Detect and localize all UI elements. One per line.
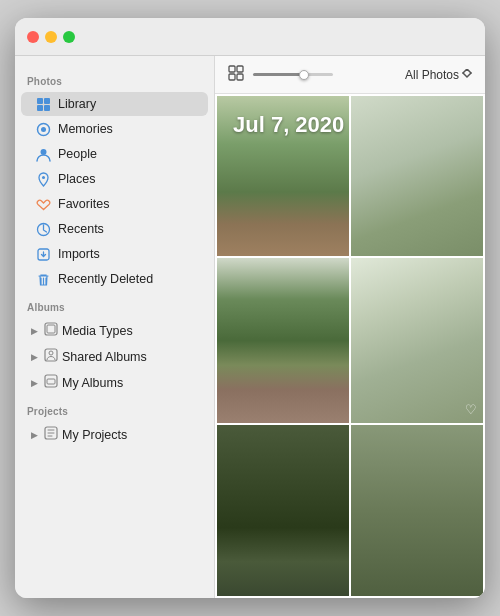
svg-point-5 — [41, 127, 46, 132]
svg-point-13 — [49, 351, 53, 355]
imports-icon — [35, 246, 51, 262]
sidebar-item-media-types[interactable]: ▶ Media Types — [21, 318, 208, 343]
sidebar-item-shared-albums[interactable]: ▶ Shared Albums — [21, 344, 208, 369]
sidebar-item-memories[interactable]: Memories — [21, 117, 208, 141]
my-projects-icon — [44, 426, 58, 443]
sidebar: Photos Library — [15, 56, 215, 598]
recents-icon — [35, 221, 51, 237]
photos-grid: Jul 7, 2020 ♡ — [215, 94, 485, 598]
shared-albums-icon — [44, 348, 58, 365]
svg-point-7 — [42, 176, 45, 179]
places-icon — [35, 171, 51, 187]
my-albums-icon — [44, 374, 58, 391]
sidebar-item-label: Places — [58, 172, 96, 186]
sidebar-item-label: My Projects — [62, 428, 127, 442]
media-types-icon — [44, 322, 58, 339]
people-icon — [35, 146, 51, 162]
chevron-icon: ▶ — [31, 326, 38, 336]
zoom-slider[interactable] — [253, 73, 333, 76]
all-photos-select[interactable]: All Photos — [405, 68, 473, 82]
close-button[interactable] — [27, 31, 39, 43]
sidebar-item-library[interactable]: Library — [21, 92, 208, 116]
svg-rect-15 — [47, 379, 55, 384]
svg-rect-18 — [237, 66, 243, 72]
sidebar-item-label: Media Types — [62, 324, 133, 338]
sidebar-item-label: People — [58, 147, 97, 161]
sidebar-item-people[interactable]: People — [21, 142, 208, 166]
svg-rect-3 — [44, 105, 50, 111]
photo-cell[interactable] — [217, 425, 349, 596]
sidebar-item-my-projects[interactable]: ▶ My Projects — [21, 422, 208, 447]
svg-rect-19 — [229, 74, 235, 80]
sidebar-item-label: My Albums — [62, 376, 123, 390]
photo-cell[interactable] — [217, 258, 349, 423]
chevron-icon: ▶ — [31, 352, 38, 362]
sidebar-item-label: Library — [58, 97, 96, 111]
main-content: All Photos Jul 7, 2020 — [215, 56, 485, 598]
svg-rect-0 — [37, 98, 43, 104]
view-icon[interactable] — [227, 64, 245, 86]
photos-section-label: Photos — [15, 66, 214, 91]
recently-deleted-icon — [35, 271, 51, 287]
zoom-slider-container — [253, 73, 397, 76]
titlebar — [15, 18, 485, 56]
all-photos-label: All Photos — [405, 68, 459, 82]
svg-rect-11 — [47, 325, 55, 333]
sidebar-item-label: Memories — [58, 122, 113, 136]
photo-cell[interactable]: ♡ — [351, 258, 483, 423]
sidebar-item-label: Imports — [58, 247, 100, 261]
svg-rect-17 — [229, 66, 235, 72]
photo-cell[interactable] — [351, 96, 483, 256]
library-icon — [35, 96, 51, 112]
dropdown-arrow-icon — [461, 69, 473, 81]
sidebar-item-label: Recents — [58, 222, 104, 236]
sidebar-item-favorites[interactable]: Favorites — [21, 192, 208, 216]
sidebar-item-places[interactable]: Places — [21, 167, 208, 191]
svg-point-6 — [40, 149, 46, 155]
sidebar-item-imports[interactable]: Imports — [21, 242, 208, 266]
svg-rect-1 — [44, 98, 50, 104]
sidebar-item-recently-deleted[interactable]: Recently Deleted — [21, 267, 208, 291]
sidebar-item-label: Recently Deleted — [58, 272, 153, 286]
sidebar-item-label: Favorites — [58, 197, 109, 211]
chevron-icon: ▶ — [31, 430, 38, 440]
toolbar: All Photos — [215, 56, 485, 94]
slider-thumb — [299, 70, 309, 80]
maximize-button[interactable] — [63, 31, 75, 43]
favorite-icon: ♡ — [465, 402, 477, 417]
minimize-button[interactable] — [45, 31, 57, 43]
svg-rect-20 — [237, 74, 243, 80]
albums-section-label: Albums — [15, 292, 214, 317]
favorites-icon — [35, 196, 51, 212]
traffic-lights — [27, 31, 75, 43]
sidebar-item-my-albums[interactable]: ▶ My Albums — [21, 370, 208, 395]
chevron-icon: ▶ — [31, 378, 38, 388]
photo-grid-layout: Jul 7, 2020 ♡ — [215, 94, 485, 598]
svg-rect-2 — [37, 105, 43, 111]
sidebar-item-recents[interactable]: Recents — [21, 217, 208, 241]
app-window: Photos Library — [15, 18, 485, 598]
photo-cell[interactable] — [351, 425, 483, 596]
date-header: Jul 7, 2020 — [233, 112, 344, 138]
photo-cell[interactable]: Jul 7, 2020 — [217, 96, 349, 256]
sidebar-item-label: Shared Albums — [62, 350, 147, 364]
content-area: Photos Library — [15, 56, 485, 598]
projects-section-label: Projects — [15, 396, 214, 421]
memories-icon — [35, 121, 51, 137]
